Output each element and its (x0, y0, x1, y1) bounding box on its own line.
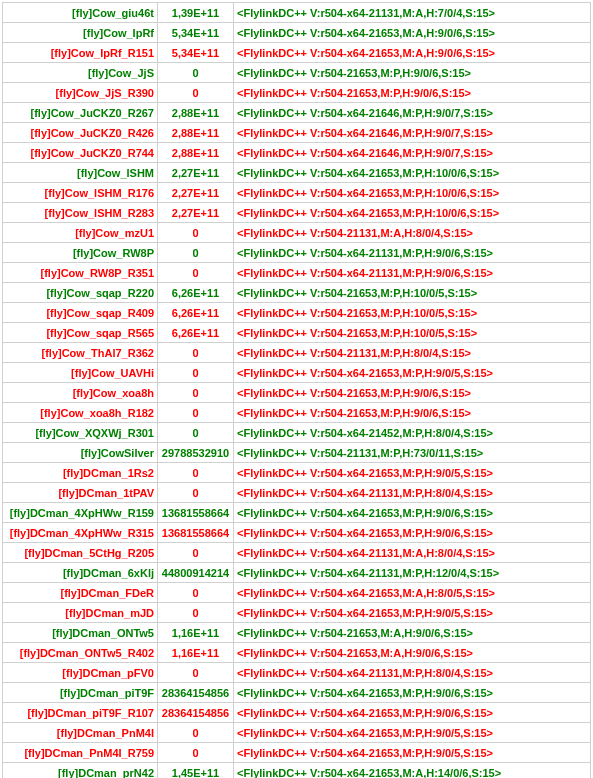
table-row[interactable]: [fly]Cow_sqap_R4096,26E+11<FlylinkDC++ V… (3, 303, 591, 323)
cell-nick: [fly]DCman_4XpHWw_R315 (3, 523, 158, 543)
cell-nick: [fly]Cow_lSHM_R283 (3, 203, 158, 223)
table-row[interactable]: [fly]DCman_FDeR0<FlylinkDC++ V:r504-x64-… (3, 583, 591, 603)
cell-info: <FlylinkDC++ V:r504-x64-21131,M:P,H:8/0/… (234, 663, 591, 683)
cell-nick: [fly]Cow_UAVHi (3, 363, 158, 383)
cell-value: 6,26E+11 (158, 283, 234, 303)
cell-info: <FlylinkDC++ V:r504-x64-21653,M:P,H:9/0/… (234, 363, 591, 383)
table-row[interactable]: [fly]Cow_xoa8h_R1820<FlylinkDC++ V:r504-… (3, 403, 591, 423)
cell-nick: [fly]Cow_JuCKZ0_R267 (3, 103, 158, 123)
cell-nick: [fly]Cow_JjS (3, 63, 158, 83)
cell-info: <FlylinkDC++ V:r504-x64-21653,M:P,H:9/0/… (234, 603, 591, 623)
cell-value: 1,39E+11 (158, 3, 234, 23)
table-row[interactable]: [fly]DCman_6xKlj44800914214<FlylinkDC++ … (3, 563, 591, 583)
table-row[interactable]: [fly]DCman_piT9F_R10728364154856<Flylink… (3, 703, 591, 723)
table-row[interactable]: [fly]CowSilver29788532910<FlylinkDC++ V:… (3, 443, 591, 463)
table-row[interactable]: [fly]DCman_ONTw5_R4021,16E+11<FlylinkDC+… (3, 643, 591, 663)
table-row[interactable]: [fly]DCman_ONTw51,16E+11<FlylinkDC++ V:r… (3, 623, 591, 643)
cell-info: <FlylinkDC++ V:r504-x64-21646,M:P,H:9/0/… (234, 103, 591, 123)
table-row[interactable]: [fly]Cow_lSHM_R2832,27E+11<FlylinkDC++ V… (3, 203, 591, 223)
table-row[interactable]: [fly]Cow_UAVHi0<FlylinkDC++ V:r504-x64-2… (3, 363, 591, 383)
cell-value: 28364154856 (158, 703, 234, 723)
cell-value: 1,16E+11 (158, 623, 234, 643)
cell-nick: [fly]Cow_sqap_R220 (3, 283, 158, 303)
cell-value: 0 (158, 423, 234, 443)
cell-value: 28364154856 (158, 683, 234, 703)
cell-info: <FlylinkDC++ V:r504-21653,M:A,H:9/0/6,S:… (234, 623, 591, 643)
cell-value: 1,16E+11 (158, 643, 234, 663)
cell-info: <FlylinkDC++ V:r504-21131,M:P,H:73/0/11,… (234, 443, 591, 463)
cell-nick: [fly]DCman_FDeR (3, 583, 158, 603)
cell-nick: [fly]DCman_6xKlj (3, 563, 158, 583)
cell-info: <FlylinkDC++ V:r504-x64-21653,M:P,H:10/0… (234, 183, 591, 203)
table-row[interactable]: [fly]DCman_PnM4I_R7590<FlylinkDC++ V:r50… (3, 743, 591, 763)
table-row[interactable]: [fly]Cow_xoa8h0<FlylinkDC++ V:r504-21653… (3, 383, 591, 403)
table-row[interactable]: [fly]DCman_4XpHWw_R31513681558664<Flylin… (3, 523, 591, 543)
table-row[interactable]: [fly]Cow_JjS_R3900<FlylinkDC++ V:r504-21… (3, 83, 591, 103)
table-row[interactable]: [fly]Cow_JuCKZ0_R2672,88E+11<FlylinkDC++… (3, 103, 591, 123)
cell-nick: [fly]Cow_JjS_R390 (3, 83, 158, 103)
table-row[interactable]: [fly]Cow_RW8P_R3510<FlylinkDC++ V:r504-x… (3, 263, 591, 283)
cell-value: 5,34E+11 (158, 23, 234, 43)
table-row[interactable]: [fly]Cow_JuCKZ0_R4262,88E+11<FlylinkDC++… (3, 123, 591, 143)
table-row[interactable]: [fly]Cow_IpRf5,34E+11<FlylinkDC++ V:r504… (3, 23, 591, 43)
cell-info: <FlylinkDC++ V:r504-x64-21131,M:P,H:8/0/… (234, 483, 591, 503)
cell-nick: [fly]CowSilver (3, 443, 158, 463)
user-table-body: [fly]Cow_giu46t1,39E+11<FlylinkDC++ V:r5… (3, 3, 591, 779)
cell-value: 2,27E+11 (158, 203, 234, 223)
table-row[interactable]: [fly]DCman_mJD0<FlylinkDC++ V:r504-x64-2… (3, 603, 591, 623)
table-row[interactable]: [fly]DCman_4XpHWw_R15913681558664<Flylin… (3, 503, 591, 523)
cell-value: 0 (158, 263, 234, 283)
cell-info: <FlylinkDC++ V:r504-21653,M:P,H:9/0/6,S:… (234, 383, 591, 403)
cell-value: 6,26E+11 (158, 323, 234, 343)
cell-info: <FlylinkDC++ V:r504-x64-21653,M:P,H:10/0… (234, 163, 591, 183)
cell-info: <FlylinkDC++ V:r504-21653,M:P,H:10/0/5,S… (234, 283, 591, 303)
cell-value: 44800914214 (158, 563, 234, 583)
table-row[interactable]: [fly]DCman_PnM4I0<FlylinkDC++ V:r504-x64… (3, 723, 591, 743)
cell-value: 0 (158, 603, 234, 623)
cell-value: 2,88E+11 (158, 123, 234, 143)
cell-value: 0 (158, 543, 234, 563)
table-row[interactable]: [fly]Cow_mzU10<FlylinkDC++ V:r504-21131,… (3, 223, 591, 243)
cell-nick: [fly]Cow_xoa8h (3, 383, 158, 403)
cell-nick: [fly]Cow_JuCKZ0_R744 (3, 143, 158, 163)
cell-info: <FlylinkDC++ V:r504-x64-21646,M:P,H:9/0/… (234, 123, 591, 143)
table-row[interactable]: [fly]Cow_lSHM2,27E+11<FlylinkDC++ V:r504… (3, 163, 591, 183)
table-row[interactable]: [fly]Cow_lSHM_R1762,27E+11<FlylinkDC++ V… (3, 183, 591, 203)
table-row[interactable]: [fly]Cow_giu46t1,39E+11<FlylinkDC++ V:r5… (3, 3, 591, 23)
table-row[interactable]: [fly]Cow_JjS0<FlylinkDC++ V:r504-21653,M… (3, 63, 591, 83)
cell-info: <FlylinkDC++ V:r504-x64-21653,M:P,H:9/0/… (234, 503, 591, 523)
cell-value: 1,45E+11 (158, 763, 234, 779)
cell-value: 2,27E+11 (158, 183, 234, 203)
cell-nick: [fly]Cow_lSHM_R176 (3, 183, 158, 203)
cell-info: <FlylinkDC++ V:r504-x64-21131,M:P,H:9/0/… (234, 263, 591, 283)
table-row[interactable]: [fly]Cow_RW8P0<FlylinkDC++ V:r504-x64-21… (3, 243, 591, 263)
table-row[interactable]: [fly]Cow_IpRf_R1515,34E+11<FlylinkDC++ V… (3, 43, 591, 63)
user-table: [fly]Cow_giu46t1,39E+11<FlylinkDC++ V:r5… (2, 2, 591, 778)
cell-nick: [fly]DCman_1Rs2 (3, 463, 158, 483)
cell-nick: [fly]DCman_pFV0 (3, 663, 158, 683)
table-row[interactable]: [fly]Cow_sqap_R5656,26E+11<FlylinkDC++ V… (3, 323, 591, 343)
cell-value: 0 (158, 743, 234, 763)
table-row[interactable]: [fly]DCman_pFV00<FlylinkDC++ V:r504-x64-… (3, 663, 591, 683)
cell-nick: [fly]DCman_1tPAV (3, 483, 158, 503)
table-row[interactable]: [fly]DCman_prN421,45E+11<FlylinkDC++ V:r… (3, 763, 591, 779)
cell-info: <FlylinkDC++ V:r504-x64-21653,M:P,H:9/0/… (234, 743, 591, 763)
cell-value: 0 (158, 83, 234, 103)
table-row[interactable]: [fly]Cow_XQXWj_R3010<FlylinkDC++ V:r504-… (3, 423, 591, 443)
table-row[interactable]: [fly]DCman_piT9F28364154856<FlylinkDC++ … (3, 683, 591, 703)
cell-value: 0 (158, 363, 234, 383)
table-row[interactable]: [fly]Cow_JuCKZ0_R7442,88E+11<FlylinkDC++… (3, 143, 591, 163)
cell-nick: [fly]Cow_xoa8h_R182 (3, 403, 158, 423)
table-row[interactable]: [fly]DCman_1Rs20<FlylinkDC++ V:r504-x64-… (3, 463, 591, 483)
table-row[interactable]: [fly]DCman_5CtHg_R2050<FlylinkDC++ V:r50… (3, 543, 591, 563)
cell-nick: [fly]DCman_PnM4I_R759 (3, 743, 158, 763)
cell-value: 0 (158, 723, 234, 743)
cell-nick: [fly]Cow_sqap_R409 (3, 303, 158, 323)
cell-nick: [fly]Cow_ThAl7_R362 (3, 343, 158, 363)
table-row[interactable]: [fly]Cow_ThAl7_R3620<FlylinkDC++ V:r504-… (3, 343, 591, 363)
table-row[interactable]: [fly]Cow_sqap_R2206,26E+11<FlylinkDC++ V… (3, 283, 591, 303)
cell-info: <FlylinkDC++ V:r504-x64-21131,M:P,H:9/0/… (234, 243, 591, 263)
table-row[interactable]: [fly]DCman_1tPAV0<FlylinkDC++ V:r504-x64… (3, 483, 591, 503)
cell-value: 2,88E+11 (158, 103, 234, 123)
cell-value: 0 (158, 403, 234, 423)
